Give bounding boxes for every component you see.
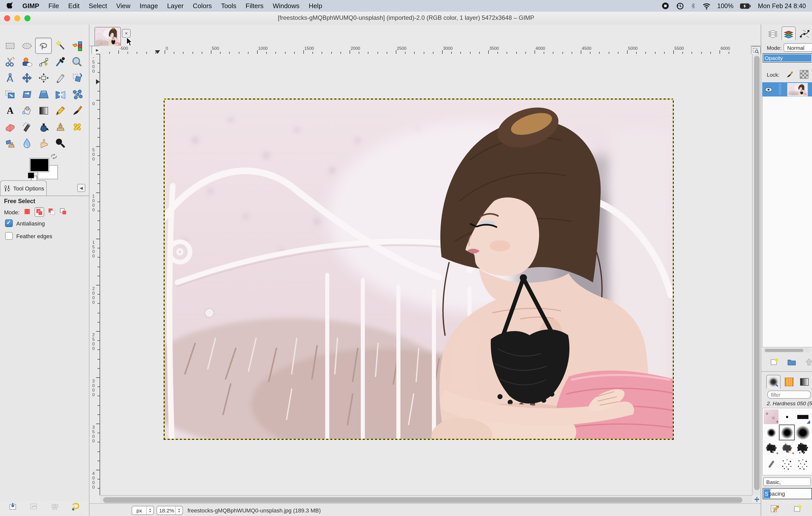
menu-edit[interactable]: Edit [63, 2, 84, 10]
edit-brush-button[interactable] [769, 504, 780, 514]
opacity-slider[interactable]: Opacity [763, 53, 812, 62]
vertical-scrollbar-thumb[interactable] [754, 56, 759, 490]
brush-splatter-2[interactable]: + [779, 440, 795, 456]
window-title-bar[interactable]: [freestocks-gMQBphWUMQ0-unsplash] (impor… [0, 12, 812, 25]
tab-channels[interactable] [782, 26, 796, 40]
tab-layers[interactable] [766, 27, 780, 40]
layer-list-area[interactable] [762, 96, 812, 347]
vertical-scrollbar[interactable] [752, 54, 761, 495]
tool-foreground-select[interactable] [18, 54, 35, 70]
tool-heal[interactable] [68, 119, 85, 135]
close-image-button[interactable]: × [122, 29, 130, 38]
time-machine-icon[interactable] [675, 2, 684, 10]
layer-visibility-eye-icon[interactable] [765, 87, 772, 92]
brush-splatter-1[interactable]: + [763, 440, 779, 456]
tool-perspective[interactable] [35, 86, 52, 102]
foreground-color-swatch[interactable] [29, 158, 49, 172]
collapse-panel-button[interactable]: ◀ [77, 184, 85, 192]
brush-splatter-3[interactable] [795, 440, 810, 456]
restore-preset-button[interactable] [28, 502, 40, 512]
lock-alpha-icon[interactable] [800, 70, 808, 79]
tool-pencil[interactable] [52, 102, 68, 119]
tool-eraser[interactable] [2, 119, 18, 135]
brush-filter-input[interactable] [767, 391, 811, 399]
brush-tag-box[interactable]: Basic, [763, 477, 811, 486]
brush-soft-medium[interactable] [779, 425, 795, 440]
tool-bucket-fill[interactable] [18, 102, 35, 119]
tool-blur-sharpen[interactable] [18, 135, 35, 151]
tab-gradients[interactable] [798, 375, 811, 389]
mode-intersect-button[interactable] [59, 207, 67, 216]
tool-rotate[interactable] [68, 70, 85, 86]
tool-zoom[interactable] [68, 54, 85, 70]
layer-link-cell[interactable] [779, 84, 780, 95]
menu-filters[interactable]: Filters [241, 2, 268, 10]
layer-group-button[interactable] [787, 357, 797, 367]
tool-cage-transform[interactable] [68, 86, 85, 102]
tool-flip[interactable] [52, 86, 68, 102]
tool-ink[interactable] [35, 119, 52, 135]
screen-record-icon[interactable] [661, 2, 669, 10]
tool-gradient[interactable] [35, 102, 52, 119]
tool-color-picker[interactable] [52, 54, 68, 70]
brush-dot[interactable] [779, 409, 795, 425]
tool-scale[interactable] [2, 86, 18, 102]
brush-specks-1[interactable] [779, 456, 795, 472]
zoom-spinner[interactable]: ▲▼ [175, 506, 182, 514]
apple-icon[interactable] [6, 2, 14, 10]
menu-select[interactable]: Select [84, 2, 112, 10]
tab-paths[interactable] [798, 27, 811, 40]
horizontal-scrollbar[interactable] [100, 495, 752, 504]
delete-preset-button[interactable] [49, 502, 60, 512]
zoom-fit-toggle-button[interactable] [751, 46, 761, 55]
default-colors-icon[interactable] [28, 173, 36, 180]
layer-row[interactable] [762, 82, 812, 96]
layer-mode-dropdown[interactable]: Normal [784, 43, 812, 52]
tool-fuzzy-select[interactable] [52, 38, 68, 54]
tool-paths[interactable] [35, 54, 52, 70]
new-brush-button[interactable] [793, 504, 803, 514]
raise-layer-button[interactable] [804, 357, 812, 367]
fg-bg-color-widget[interactable] [26, 152, 61, 182]
reset-defaults-button[interactable] [70, 502, 81, 512]
swap-colors-icon[interactable] [50, 153, 58, 160]
tool-options-tab[interactable]: Tool Options [0, 180, 47, 195]
menu-colors[interactable]: Colors [188, 2, 216, 10]
tool-rectangle-select[interactable] [2, 38, 18, 54]
brush-stroke[interactable] [763, 456, 779, 472]
menu-tools[interactable]: Tools [216, 2, 241, 10]
antialiasing-checkbox[interactable] [5, 219, 13, 227]
horizontal-scrollbar-thumb[interactable] [103, 497, 743, 503]
menu-help[interactable]: Help [304, 2, 327, 10]
mode-subtract-button[interactable] [47, 207, 56, 216]
wifi-icon[interactable] [702, 2, 710, 9]
lock-pixels-icon[interactable] [786, 70, 794, 79]
navigation-button[interactable] [753, 495, 761, 503]
brush-soft-large[interactable] [795, 425, 810, 440]
tool-scissors-select[interactable] [2, 54, 18, 70]
tool-dodge-burn[interactable] [52, 135, 68, 151]
brush-spacing-slider[interactable]: Spacing [763, 488, 812, 499]
tool-text[interactable]: A [2, 102, 18, 119]
tool-move[interactable] [18, 70, 35, 86]
tool-select-by-color[interactable] [68, 38, 85, 54]
menu-layer[interactable]: Layer [163, 2, 188, 10]
brush-clipboard[interactable]: + [763, 409, 779, 425]
tool-free-select[interactable] [35, 38, 52, 54]
brush-specks-2[interactable] [795, 456, 810, 472]
brush-bar[interactable]: ◢ [795, 409, 810, 425]
canvas-viewport[interactable] [100, 54, 752, 495]
menu-gimp[interactable]: GIMP [18, 2, 44, 10]
tool-crop[interactable] [52, 70, 68, 86]
new-layer-button[interactable] [769, 357, 780, 367]
menu-file[interactable]: File [44, 2, 63, 10]
unit-spinner[interactable]: ▲▼ [146, 506, 153, 514]
tool-align[interactable] [35, 70, 52, 86]
tab-patterns[interactable] [783, 375, 796, 389]
layer-list-scrollbar[interactable] [764, 348, 810, 353]
tool-ellipse-select[interactable] [18, 38, 35, 54]
mode-replace-button[interactable] [23, 207, 31, 216]
zoom-input[interactable]: 18.2% ▲▼ [156, 506, 183, 515]
tool-perspective-clone[interactable] [2, 135, 18, 151]
menu-view[interactable]: View [112, 2, 135, 10]
